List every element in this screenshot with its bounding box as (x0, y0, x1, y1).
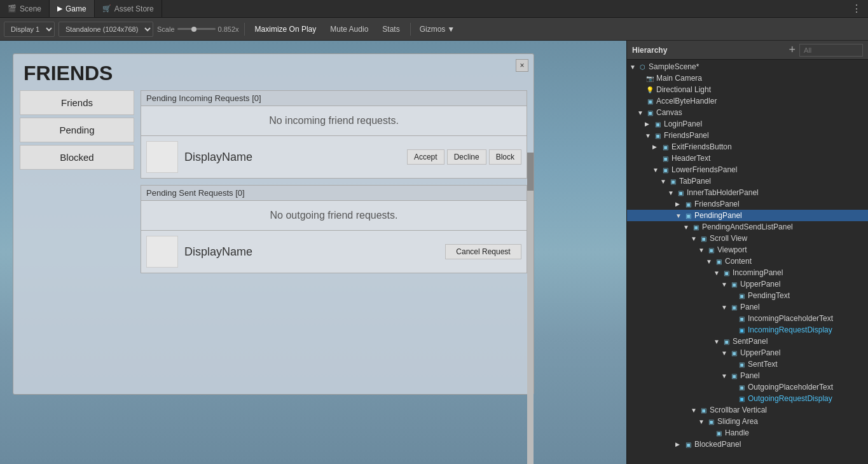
accept-button[interactable]: Accept (407, 149, 444, 165)
tree-label: Main Camera (656, 74, 702, 83)
tree-item-main-camera[interactable]: 📷 Main Camera (627, 72, 868, 84)
tree-label: UpperPanel (740, 348, 780, 357)
friends-main: Pending Incoming Requests [0] No incomin… (141, 90, 527, 388)
tree-item-sentpanel[interactable]: ▼ ▣ SentPanel (627, 336, 868, 347)
incoming-avatar (146, 141, 178, 173)
tree-item-handle[interactable]: ▣ Handle (627, 427, 868, 439)
tab-bar: 🎬 Scene ▶ Game 🛒 Asset Store ⋮ (0, 0, 868, 18)
tree-item-viewport[interactable]: ▼ ▣ Viewport (627, 244, 868, 256)
tree-item-friendspanel-inner[interactable]: ▶ ▣ FriendsPanel (627, 198, 868, 210)
tree-item-lowerfriendspanel[interactable]: ▼ ▣ LowerFriendsPanel (627, 164, 868, 175)
tree-item-directional-light[interactable]: 💡 Directional Light (627, 84, 868, 95)
cube-icon: ▣ (683, 210, 693, 221)
tree-item-sliding-area[interactable]: ▼ ▣ Sliding Area (627, 416, 868, 427)
tree-item-panel-2[interactable]: ▼ ▣ Panel (627, 370, 868, 381)
tree-item-content[interactable]: ▼ ▣ Content (627, 256, 868, 267)
tree-item-outgoingrequestdisplay[interactable]: ▣ OutgoingRequestDisplay (627, 393, 868, 404)
hierarchy-title: Hierarchy (632, 46, 667, 55)
tree-item-exitfriendsbutton[interactable]: ▶ ▣ ExitFriendsButton (627, 141, 868, 153)
arrow: ▼ (698, 418, 706, 425)
resolution-select[interactable]: Standalone (1024x768) (59, 22, 153, 37)
outgoing-actions: Cancel Request (445, 244, 521, 259)
section-gap (141, 179, 527, 185)
cancel-request-button[interactable]: Cancel Request (445, 244, 521, 259)
arrow: ▼ (675, 212, 683, 219)
arrow: ▼ (668, 189, 675, 196)
tree-item-samplescene[interactable]: ▼ ⬡ SampleScene* (627, 61, 868, 72)
scene-icon: ⬡ (637, 62, 647, 72)
cube-icon: ▣ (698, 405, 708, 415)
tree-item-outgoingplaceholdertext[interactable]: ▣ OutgoingPlaceholderText (627, 381, 868, 393)
tree-item-innertabholderpanel[interactable]: ▼ ▣ InnerTabHolderPanel (627, 187, 868, 198)
cube-icon: ▣ (713, 256, 724, 266)
tree-item-canvas[interactable]: ▼ ▣ Canvas (627, 107, 868, 118)
cube-icon: ▣ (721, 268, 731, 278)
incoming-placeholder: No incoming friend requests. (141, 106, 527, 136)
tab-scene[interactable]: 🎬 Scene (0, 0, 50, 17)
tab-more-button[interactable]: ⋮ (845, 3, 868, 15)
tree-label: SentPanel (733, 337, 768, 346)
tree-label: InnerTabHolderPanel (687, 188, 759, 197)
tree-label: PendingPanel (694, 211, 742, 220)
incoming-request-row: DisplayName Accept Decline Block (141, 136, 527, 179)
scene-icon: 🎬 (8, 4, 17, 13)
tree-item-friendspanel-outer[interactable]: ▼ ▣ FriendsPanel (627, 130, 868, 141)
tree-label: Scrollbar Vertical (710, 406, 767, 414)
tree-item-upperpanel-2[interactable]: ▼ ▣ UpperPanel (627, 347, 868, 358)
stats-button[interactable]: Stats (377, 22, 404, 37)
tree-item-blockedpanel[interactable]: ▶ ▣ BlockedPanel (627, 439, 868, 450)
tree-item-incomingrequestdisplay[interactable]: ▣ IncomingRequestDisplay (627, 324, 868, 336)
friends-content: Friends Pending Blocked Pending Incoming… (13, 90, 534, 394)
tree-item-loginpanel[interactable]: ▶ ▣ LoginPanel (627, 118, 868, 130)
tree-label: SentText (748, 360, 778, 369)
tree-label: LowerFriendsPanel (672, 165, 737, 174)
tree-item-pendingpanel[interactable]: ▼ ▣ PendingPanel (627, 210, 868, 221)
main-area: × FRIENDS Friends Pending Blocked Pendin… (0, 41, 868, 464)
tab-asset-store[interactable]: 🛒 Asset Store (95, 0, 162, 17)
arrow: ▼ (691, 407, 698, 414)
tree-item-headertext[interactable]: ▣ HeaderText (627, 153, 868, 164)
hierarchy-search-input[interactable] (799, 44, 863, 57)
decline-button[interactable]: Decline (447, 149, 486, 165)
friends-tab-button[interactable]: Friends (20, 90, 134, 115)
game-viewport: × FRIENDS Friends Pending Blocked Pendin… (0, 41, 626, 464)
tree-item-incomingpanel[interactable]: ▼ ▣ IncomingPanel (627, 267, 868, 278)
gizmos-button[interactable]: Gizmos ▼ (416, 24, 459, 35)
tab-game[interactable]: ▶ Game (50, 0, 95, 17)
separator-2 (410, 23, 411, 36)
maximize-on-play-button[interactable]: Maximize On Play (250, 22, 322, 37)
tree-label: FriendsPanel (664, 131, 709, 140)
game-icon: ▶ (57, 4, 62, 13)
asset-store-icon: 🛒 (102, 4, 111, 13)
mute-audio-button[interactable]: Mute Audio (325, 22, 373, 37)
tree-item-upperpanel-1[interactable]: ▼ ▣ UpperPanel (627, 278, 868, 290)
tree-item-tabpanel[interactable]: ▼ ▣ TabPanel (627, 175, 868, 187)
blocked-tab-button[interactable]: Blocked (20, 145, 134, 170)
tree-label: AccelByteHandler (656, 97, 717, 106)
close-button[interactable]: × (516, 59, 528, 72)
tree-label: Sliding Area (717, 417, 758, 426)
scrollbar-thumb[interactable] (527, 153, 534, 191)
tree-item-panel-1[interactable]: ▼ ▣ Panel (627, 301, 868, 313)
bottom-spacer (141, 273, 527, 388)
light-icon: 💡 (645, 85, 655, 95)
scale-slider-track[interactable] (177, 25, 216, 33)
tree-item-pendingandsendlistpanel[interactable]: ▼ ▣ PendingAndSendListPanel (627, 221, 868, 233)
display-select[interactable]: Display 1 (4, 22, 55, 37)
tree-item-incomingplaceholdertext[interactable]: ▣ IncomingPlaceholderText (627, 313, 868, 324)
hierarchy-add-button[interactable]: + (789, 43, 796, 57)
tree-item-pendingtext[interactable]: ▣ PendingText (627, 290, 868, 301)
cube-icon: ▣ (683, 439, 693, 449)
tree-label: Canvas (656, 108, 682, 117)
friends-sidebar: Friends Pending Blocked (20, 90, 134, 388)
tree-item-accelbytehandler[interactable]: ▣ AccelByteHandler (627, 95, 868, 107)
tree-label: IncomingPlaceholderText (748, 314, 833, 323)
separator-1 (244, 23, 245, 36)
cube-icon: ▣ (660, 165, 670, 175)
pending-tab-button[interactable]: Pending (20, 118, 134, 142)
tree-item-scrollview[interactable]: ▼ ▣ Scroll View (627, 233, 868, 244)
block-button[interactable]: Block (489, 149, 521, 165)
arrow: ▼ (691, 235, 698, 242)
tree-item-senttext[interactable]: ▣ SentText (627, 358, 868, 370)
tree-item-scrollbar-vertical[interactable]: ▼ ▣ Scrollbar Vertical (627, 404, 868, 416)
